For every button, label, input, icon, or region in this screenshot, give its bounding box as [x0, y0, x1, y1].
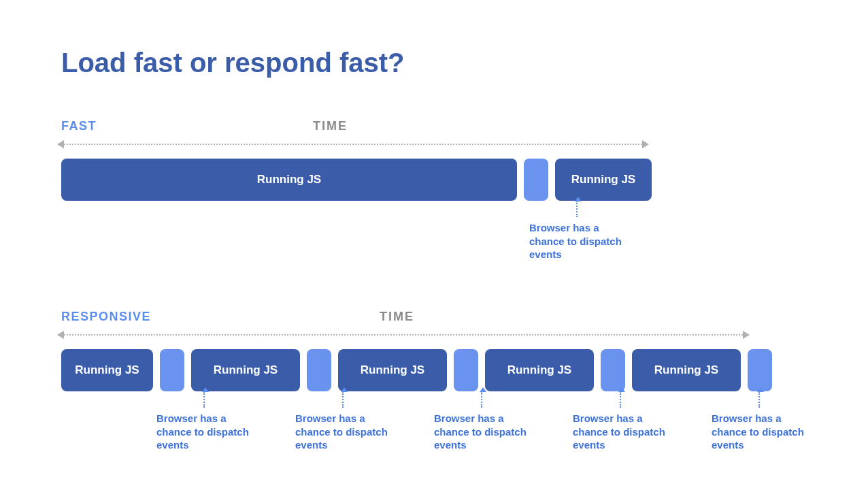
arrow-up-icon — [203, 391, 205, 408]
dispatch-annotation: Browser has a chance to dispatch events — [156, 391, 252, 452]
fast-timeline — [61, 142, 645, 146]
gap-block — [307, 349, 331, 391]
arrow-left-icon — [57, 140, 64, 148]
js-block: Running JS — [485, 349, 594, 391]
arrow-up-icon — [758, 391, 760, 408]
arrow-up-icon — [342, 391, 344, 408]
fast-label: FAST — [61, 119, 97, 133]
gap-block — [524, 159, 548, 201]
responsive-bar-row: Running JSRunning JSRunning JSRunning JS… — [61, 349, 746, 391]
annotation-text: Browser has a chance to dispatch events — [295, 412, 390, 452]
annotation-text: Browser has a chance to dispatch events — [573, 412, 668, 452]
responsive-timeline — [61, 333, 746, 337]
fast-bar-row: Running JSRunning JS — [61, 159, 645, 201]
arrow-up-icon — [620, 391, 621, 408]
js-block: Running JS — [61, 159, 517, 201]
dispatch-annotation: Browser has a chance to dispatch events — [295, 391, 390, 452]
arrow-left-icon — [57, 331, 64, 339]
js-block: Running JS — [61, 349, 153, 391]
gap-block — [748, 349, 772, 391]
gap-block — [454, 349, 478, 391]
arrow-right-icon — [642, 140, 649, 148]
responsive-label: RESPONSIVE — [61, 310, 151, 324]
js-block: Running JS — [632, 349, 741, 391]
arrow-right-icon — [743, 331, 750, 339]
fast-labels: FAST TIME — [61, 119, 807, 138]
gap-block — [601, 349, 625, 391]
dispatch-annotation: Browser has a chance to dispatch events — [712, 391, 807, 452]
page-title: Load fast or respond fast? — [61, 48, 807, 78]
js-block: Running JS — [338, 349, 447, 391]
annotation-text: Browser has a chance to dispatch events — [156, 412, 252, 452]
js-block: Running JS — [191, 349, 300, 391]
fast-annotations: Browser has a chance to dispatch events — [61, 201, 807, 276]
dispatch-annotation: Browser has a chance to dispatch events — [573, 391, 668, 452]
arrow-up-icon — [576, 201, 578, 217]
annotation-text: Browser has a chance to dispatch events — [434, 412, 529, 452]
arrow-up-icon — [481, 391, 482, 408]
responsive-time-label: TIME — [380, 310, 414, 324]
fast-section: FAST TIME Running JSRunning JS Browser h… — [61, 119, 807, 276]
dispatch-annotation: Browser has a chance to dispatch events — [529, 201, 624, 261]
responsive-annotations: Browser has a chance to dispatch eventsB… — [61, 391, 807, 466]
dispatch-annotation: Browser has a chance to dispatch events — [434, 391, 529, 452]
gap-block — [160, 349, 184, 391]
responsive-section: RESPONSIVE TIME Running JSRunning JSRunn… — [61, 310, 807, 466]
fast-time-label: TIME — [313, 119, 348, 133]
annotation-text: Browser has a chance to dispatch events — [529, 221, 624, 261]
annotation-text: Browser has a chance to dispatch events — [712, 412, 807, 452]
responsive-labels: RESPONSIVE TIME — [61, 310, 807, 329]
js-block: Running JS — [555, 159, 652, 201]
